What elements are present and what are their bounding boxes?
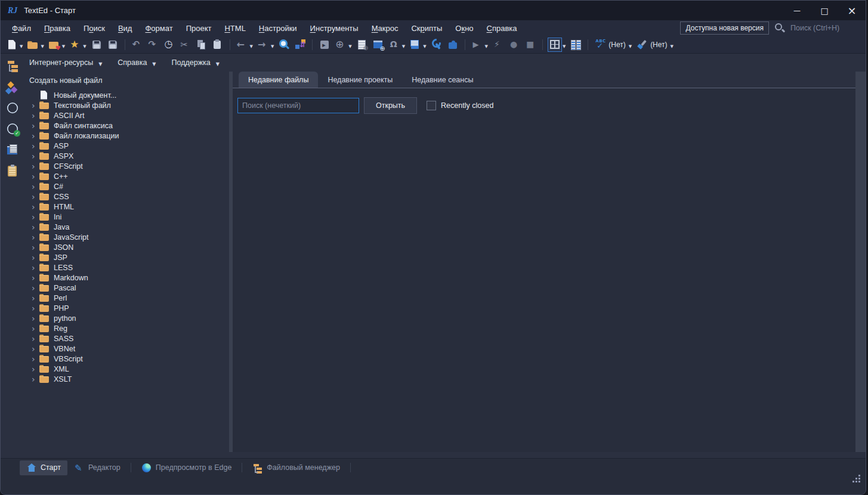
plugins-puzzle-button[interactable] bbox=[445, 38, 461, 52]
browser-window-button[interactable] bbox=[370, 38, 386, 52]
menubar-item-3[interactable]: Вид bbox=[112, 20, 139, 36]
new-file-item-19[interactable]: ›Pascal bbox=[24, 283, 229, 293]
new-file-item-7[interactable]: ›CFScript bbox=[24, 161, 229, 171]
new-file-item-22[interactable]: ›python bbox=[24, 313, 229, 323]
menubar-item-6[interactable]: HTML bbox=[218, 20, 252, 36]
new-file-item-2[interactable]: ›ASCII Art bbox=[24, 110, 229, 120]
menubar-item-5[interactable]: Проект bbox=[180, 20, 218, 36]
new-document-button[interactable] bbox=[4, 38, 24, 52]
menubar-item-10[interactable]: Скрипты bbox=[404, 20, 449, 36]
doc-preview-button[interactable] bbox=[4, 142, 21, 157]
new-file-item-1[interactable]: ›Текстовый файл bbox=[24, 100, 229, 110]
clipboard-button[interactable] bbox=[4, 163, 21, 178]
tools-wrench-button[interactable] bbox=[429, 38, 444, 52]
run-button[interactable] bbox=[469, 38, 490, 52]
quicklink-2[interactable]: Поддержка bbox=[172, 58, 220, 67]
menubar-item-0[interactable]: Файл bbox=[5, 20, 38, 36]
new-file-item-0[interactable]: Новый документ... bbox=[24, 90, 229, 100]
new-file-item-26[interactable]: ›VBScript bbox=[24, 354, 229, 364]
stop-macro-button[interactable] bbox=[523, 38, 538, 52]
undo-button[interactable] bbox=[129, 38, 145, 52]
new-file-item-28[interactable]: ›XSLT bbox=[24, 374, 229, 384]
new-file-item-21[interactable]: ›PHP bbox=[24, 303, 229, 313]
redo-button[interactable] bbox=[146, 38, 161, 52]
recent-files-search-input[interactable] bbox=[237, 98, 359, 113]
new-file-item-3[interactable]: ›Файл синтаксиса bbox=[24, 120, 229, 131]
web-browser-button[interactable] bbox=[333, 38, 353, 52]
menubar-item-9[interactable]: Макрос bbox=[365, 20, 405, 36]
file-explorer-button[interactable] bbox=[4, 58, 21, 74]
new-file-item-15[interactable]: ›JSON bbox=[24, 242, 229, 252]
copy-button[interactable] bbox=[194, 38, 209, 52]
navigate-forward-button[interactable] bbox=[255, 38, 276, 52]
preview-browser-button[interactable] bbox=[354, 38, 370, 52]
favorites-folder-button[interactable] bbox=[47, 38, 67, 52]
new-file-item-8[interactable]: ›C++ bbox=[24, 171, 229, 181]
recently-closed-checkbox[interactable] bbox=[427, 101, 436, 110]
menubar-item-4[interactable]: Формат bbox=[138, 20, 179, 36]
new-file-item-13[interactable]: ›Java bbox=[24, 222, 229, 232]
new-file-item-6[interactable]: ›ASPX bbox=[24, 151, 229, 161]
save-all-button[interactable] bbox=[105, 38, 121, 52]
new-file-item-23[interactable]: ›Reg bbox=[24, 323, 229, 333]
layout-button[interactable] bbox=[547, 38, 567, 52]
web-globe-button[interactable] bbox=[4, 100, 21, 116]
find-button[interactable] bbox=[276, 38, 292, 52]
new-file-item-16[interactable]: ›JSP bbox=[24, 252, 229, 262]
highlighter-button[interactable]: (Нет) bbox=[634, 38, 675, 52]
new-file-item-4[interactable]: ›Файл локализации bbox=[24, 131, 229, 141]
file-manager-button[interactable]: Файловый менеджер bbox=[246, 460, 347, 475]
pen-button[interactable]: Редактор bbox=[67, 460, 127, 475]
close-button[interactable] bbox=[838, 1, 866, 20]
menubar-item-11[interactable]: Окно bbox=[449, 20, 480, 36]
edge-button[interactable]: Предпросмотр в Edge bbox=[135, 460, 239, 475]
resize-grip-icon[interactable] bbox=[852, 474, 860, 482]
special-chars-button[interactable] bbox=[387, 38, 407, 52]
menubar-item-12[interactable]: Справка bbox=[480, 20, 524, 36]
home-button[interactable]: Старт bbox=[20, 460, 67, 475]
export-button[interactable] bbox=[317, 38, 332, 52]
history-button[interactable] bbox=[162, 38, 177, 52]
quicklink-0[interactable]: Интернет-ресурсы bbox=[29, 58, 102, 67]
new-file-item-24[interactable]: ›SASS bbox=[24, 333, 229, 344]
tab-1[interactable]: Недавние проекты bbox=[318, 72, 402, 88]
record-macro-button[interactable] bbox=[506, 38, 522, 52]
tab-0[interactable]: Недавние файлы bbox=[239, 72, 318, 88]
print-preview-button[interactable] bbox=[407, 38, 428, 52]
save-button[interactable] bbox=[89, 38, 104, 52]
maximize-button[interactable] bbox=[811, 1, 838, 20]
web-check-button[interactable] bbox=[4, 121, 21, 137]
new-file-item-27[interactable]: ›XML bbox=[24, 364, 229, 374]
quick-run-button[interactable] bbox=[490, 38, 506, 52]
split-view-button[interactable] bbox=[568, 38, 583, 52]
open-file-button[interactable] bbox=[25, 38, 45, 52]
minimize-button[interactable] bbox=[783, 1, 811, 20]
update-notice-button[interactable]: Доступна новая версия bbox=[680, 21, 769, 35]
tab-2[interactable]: Недавние сеансы bbox=[402, 72, 483, 88]
menubar-item-2[interactable]: Поиск bbox=[77, 20, 112, 36]
new-file-item-9[interactable]: ›C# bbox=[24, 181, 229, 191]
menu-search-input[interactable] bbox=[789, 23, 863, 33]
navigate-back-button[interactable] bbox=[234, 38, 255, 52]
menubar-item-8[interactable]: Инструменты bbox=[304, 20, 365, 36]
compare-button[interactable] bbox=[292, 38, 308, 52]
new-file-item-12[interactable]: ›Ini bbox=[24, 212, 229, 222]
title-bar[interactable]: RJ TextEd - Старт bbox=[1, 1, 866, 20]
new-file-item-25[interactable]: ›VBNet bbox=[24, 344, 229, 354]
spellcheck-button[interactable]: (Нет) bbox=[592, 38, 634, 52]
new-file-item-18[interactable]: ›Markdown bbox=[24, 273, 229, 283]
menubar-item-1[interactable]: Правка bbox=[38, 20, 77, 36]
bookmarks-star-button[interactable] bbox=[67, 38, 88, 52]
new-file-item-11[interactable]: ›HTML bbox=[24, 202, 229, 212]
quicklink-1[interactable]: Справка bbox=[118, 58, 156, 67]
new-file-item-17[interactable]: ›LESS bbox=[24, 262, 229, 273]
new-file-item-10[interactable]: ›CSS bbox=[24, 191, 229, 202]
scrollbar-track[interactable] bbox=[855, 72, 866, 452]
new-file-item-5[interactable]: ›ASP bbox=[24, 141, 229, 151]
new-file-item-14[interactable]: ›JavaScript bbox=[24, 232, 229, 242]
menubar-item-7[interactable]: Настройки bbox=[252, 20, 304, 36]
new-file-item-20[interactable]: ›Perl bbox=[24, 293, 229, 303]
paste-button[interactable] bbox=[210, 38, 226, 52]
open-button[interactable]: Открыть bbox=[364, 97, 417, 114]
snippets-button[interactable] bbox=[4, 79, 21, 95]
